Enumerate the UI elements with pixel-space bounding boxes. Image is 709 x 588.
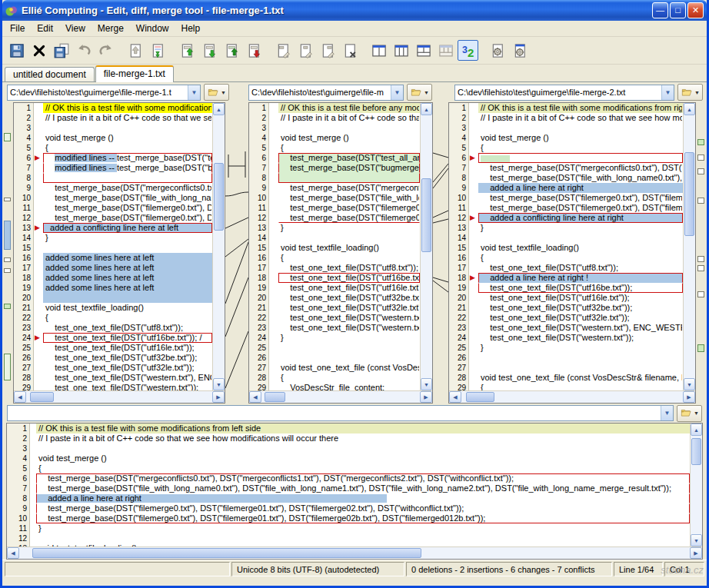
change-map-marker[interactable]	[697, 344, 704, 352]
scrollbar-track[interactable]	[461, 391, 683, 403]
right-file-path-combo[interactable]: C:\dev\filehisto\test\guimerge\file-merg…	[454, 85, 674, 101]
middle-vertical-scrollbar[interactable]: ▲▼	[420, 103, 432, 390]
layout-grid-button[interactable]	[435, 40, 456, 61]
code-line[interactable]: 8	[249, 173, 420, 183]
left-editor[interactable]: 1// OK this is a test file with some mod…	[14, 103, 212, 390]
save-button[interactable]	[6, 40, 27, 61]
scrollbar-thumb[interactable]	[691, 438, 701, 466]
code-line[interactable]: 8 added a line here at right	[7, 493, 690, 503]
code-line[interactable]: 2// I paste in it a bit of C++ code so t…	[249, 113, 420, 123]
code-line[interactable]: 7 modified lines -- test_merge_base(DST(…	[14, 163, 212, 173]
tab-file-merge-1[interactable]: file-merge-1.txt	[95, 65, 174, 82]
title-bar[interactable]: Ellié Computing - Edit, diff, merge tool…	[2, 0, 707, 21]
code-line[interactable]: 15void test_textfile_loading()	[249, 243, 420, 253]
left-file-path-combo[interactable]: C:\dev\filehisto\test\guimerge\file-merg…	[7, 85, 201, 101]
code-line[interactable]: 11 test_merge_base(DST("filemerge0.txt")…	[449, 203, 683, 213]
scrollbar-thumb[interactable]	[30, 392, 54, 402]
menu-view[interactable]: View	[59, 22, 92, 35]
code-line[interactable]: 13▶ added a conflicting line here at lef…	[14, 223, 212, 233]
change-map-marker[interactable]	[4, 221, 11, 250]
close-button[interactable]: ✕	[687, 2, 704, 18]
redo-button[interactable]	[95, 40, 116, 61]
scroll-right-button[interactable]: ▶	[683, 391, 695, 403]
menu-edit[interactable]: Edit	[31, 22, 59, 35]
code-line[interactable]: 27void test_one_text_file (const VosDesc…	[249, 363, 420, 373]
code-line[interactable]: 10 test_merge_base(DST("filemerge0.txt")…	[449, 193, 683, 203]
chevron-down-icon[interactable]: ▼	[661, 406, 673, 420]
code-line[interactable]: 9 test_merge_base(DST("mergeconflicts0.t…	[249, 183, 420, 193]
code-line[interactable]: 24}	[249, 333, 420, 343]
code-line[interactable]: 19 test_one_text_file(DST("utf16le.txt")…	[249, 283, 420, 293]
scrollbar-thumb[interactable]	[421, 178, 431, 252]
previous-unresolved-button[interactable]	[221, 40, 241, 61]
code-line[interactable]: 14	[449, 233, 683, 243]
code-line[interactable]: 28void test_one_text_file (const VosDesc…	[449, 373, 683, 383]
code-line[interactable]: 6 test_merge_base(DST("mergeconflicts0.t…	[7, 473, 690, 483]
code-line[interactable]: 10 test_merge_base(DST("filemerge0.txt")…	[7, 513, 690, 523]
code-line[interactable]: 15void test_textfile_loading()	[449, 243, 683, 253]
result-horizontal-scrollbar[interactable]: ◀▶	[7, 546, 702, 559]
right-editor[interactable]: 1// OK this is a test file with some mod…	[449, 103, 683, 390]
code-line[interactable]: 29 VosDescStr file_content;	[249, 383, 420, 390]
code-line[interactable]: 1// OK this is a test file with some mod…	[7, 424, 690, 434]
code-line[interactable]: 25}	[449, 343, 683, 353]
code-line[interactable]: 26	[249, 353, 420, 363]
right-change-map[interactable]	[696, 102, 707, 404]
code-line[interactable]: 25 test_one_text_file(DST("utf16le.txt")…	[14, 343, 212, 353]
code-line[interactable]: 8	[14, 173, 212, 183]
chevron-down-icon[interactable]: ▼	[188, 85, 200, 100]
code-line[interactable]: 6▶	[449, 153, 683, 163]
undo-button[interactable]	[73, 40, 94, 61]
layout-two-panes-button[interactable]	[368, 40, 389, 61]
code-line[interactable]: 5{	[449, 143, 683, 153]
code-line[interactable]: 26	[449, 353, 683, 363]
code-line[interactable]: 25	[249, 343, 420, 353]
chevron-down-icon[interactable]: ▼	[661, 85, 674, 100]
code-line[interactable]: 20 test_one_text_file(DST("utf32be.txt")…	[249, 293, 420, 303]
left-vertical-scrollbar[interactable]: ▲▼	[212, 103, 225, 390]
scrollbar-thumb[interactable]	[684, 152, 694, 236]
code-line[interactable]: 16{	[449, 253, 683, 263]
code-line[interactable]: 27	[449, 363, 683, 373]
code-line[interactable]: 22{	[14, 313, 212, 323]
code-line[interactable]: 12▶ added a conflicting line here at rig…	[449, 213, 683, 223]
code-line[interactable]: 4void test_merge ()	[449, 133, 683, 143]
file-settings-button[interactable]	[487, 40, 508, 61]
scrollbar-track[interactable]	[421, 115, 432, 378]
previous-conflict-button[interactable]	[176, 40, 197, 61]
scroll-right-button[interactable]: ▶	[212, 391, 225, 403]
menu-file[interactable]: File	[4, 22, 31, 35]
code-line[interactable]: 2// I paste in it a bit of C++ code so t…	[14, 113, 212, 123]
code-line[interactable]: 26 test_one_text_file(DST("utf32be.txt")…	[14, 353, 212, 363]
code-line[interactable]: 11 test_merge_base(DST("filemerge0.txt")	[249, 203, 420, 213]
code-line[interactable]: 19 test_one_text_file(DST("utf16be.txt")…	[449, 283, 683, 293]
code-line[interactable]: 28{	[249, 373, 420, 383]
code-line[interactable]: 7 test_merge_base(DST("mergeconflicts0.t…	[449, 163, 683, 173]
scroll-up-button[interactable]: ▲	[421, 103, 432, 115]
scrollbar-thumb[interactable]	[265, 392, 285, 402]
scroll-right-button[interactable]: ▶	[690, 547, 702, 559]
scrollbar-track[interactable]	[26, 391, 212, 403]
code-line[interactable]: 6 test_merge_base(DST("test_all_and	[249, 153, 420, 163]
scrollbar-thumb[interactable]	[32, 548, 421, 558]
scroll-right-button[interactable]: ▶	[420, 391, 432, 403]
code-line[interactable]: 3	[7, 443, 690, 453]
change-map-marker[interactable]	[697, 154, 704, 161]
middle-open-file-button[interactable]: ▼	[407, 84, 432, 101]
code-line[interactable]: 12 test_merge_base(DST("filemerge0.txt")	[249, 213, 420, 223]
layout-merge-result-button[interactable]	[413, 40, 434, 61]
code-line[interactable]: 21 test_one_text_file(DST("utf32le.txt")…	[249, 303, 420, 313]
scroll-left-button[interactable]: ◀	[7, 547, 19, 559]
scrollbar-thumb[interactable]	[466, 392, 494, 402]
code-line[interactable]: 16{	[249, 253, 420, 263]
change-map-marker[interactable]	[697, 168, 704, 174]
change-map-marker[interactable]	[4, 133, 11, 141]
change-map-marker[interactable]	[697, 198, 704, 204]
code-line[interactable]: 3	[14, 123, 212, 133]
change-map-marker[interactable]	[4, 257, 11, 262]
code-line[interactable]: 12	[7, 533, 690, 543]
code-line[interactable]: 3	[249, 123, 420, 133]
middle-horizontal-scrollbar[interactable]: ◀▶	[249, 390, 432, 403]
change-map-marker[interactable]	[697, 291, 704, 297]
save-all-button[interactable]	[51, 40, 72, 61]
